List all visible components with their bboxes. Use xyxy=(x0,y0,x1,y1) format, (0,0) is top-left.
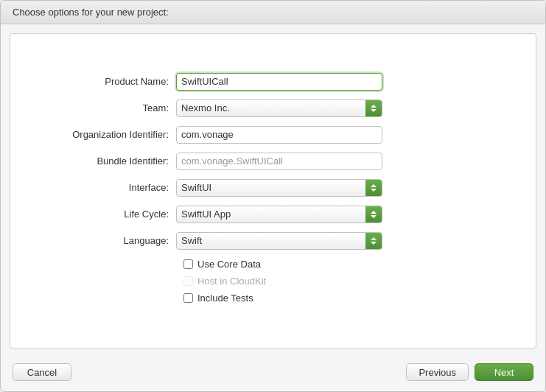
org-id-row: Organization Identifier: xyxy=(40,126,506,144)
dialog-title: Choose options for your new project: xyxy=(1,1,545,24)
language-select-container: Swift xyxy=(176,232,382,250)
language-arrow-down-icon xyxy=(371,242,377,245)
language-arrow-up-icon xyxy=(371,237,377,240)
form: Product Name: Team: Nexmo Inc. xyxy=(10,58,536,324)
core-data-checkbox[interactable] xyxy=(183,259,193,269)
org-id-input[interactable] xyxy=(176,126,382,144)
interface-label: Interface: xyxy=(40,182,176,193)
team-select-arrow[interactable] xyxy=(365,100,382,116)
footer-left: Cancel xyxy=(13,363,71,381)
include-tests-checkbox[interactable] xyxy=(183,293,193,303)
lifecycle-arrow-down-icon xyxy=(371,215,377,218)
lifecycle-select-arrow[interactable] xyxy=(365,206,382,223)
cloudkit-checkbox[interactable] xyxy=(183,276,193,286)
lifecycle-arrow-up-icon xyxy=(371,211,377,214)
language-row: Language: Swift xyxy=(40,232,506,250)
org-id-label: Organization Identifier: xyxy=(40,129,176,140)
interface-arrow-up-icon xyxy=(371,184,377,187)
core-data-label: Use Core Data xyxy=(197,259,261,270)
cloudkit-label: Host in CloudKit xyxy=(197,276,266,287)
dialog-container: Choose options for your new project: Pro… xyxy=(0,0,546,392)
lifecycle-row: Life Cycle: SwiftUI App xyxy=(40,206,506,223)
team-select[interactable]: Nexmo Inc. xyxy=(176,99,382,117)
dialog-footer: Cancel Previous Next xyxy=(1,357,545,391)
tests-row: Include Tests xyxy=(40,293,506,304)
dialog-body: Product Name: Team: Nexmo Inc. xyxy=(10,33,536,349)
team-arrow-down-icon xyxy=(371,109,377,112)
team-arrow-up-icon xyxy=(371,105,377,108)
lifecycle-select-container: SwiftUI App xyxy=(176,206,382,223)
product-name-row: Product Name: xyxy=(40,73,506,91)
cloudkit-row: Host in CloudKit xyxy=(40,276,506,287)
interface-row: Interface: SwiftUI xyxy=(40,179,506,197)
product-name-input[interactable] xyxy=(176,73,382,91)
product-name-label: Product Name: xyxy=(40,76,176,87)
language-label: Language: xyxy=(40,235,176,246)
team-select-container: Nexmo Inc. xyxy=(176,99,382,117)
cancel-button[interactable]: Cancel xyxy=(13,363,71,381)
include-tests-label: Include Tests xyxy=(197,293,253,304)
title-text: Choose options for your new project: xyxy=(13,7,169,18)
bundle-id-input xyxy=(176,153,382,170)
interface-select-container: SwiftUI xyxy=(176,179,382,197)
team-value: Nexmo Inc. xyxy=(181,102,230,113)
interface-select[interactable]: SwiftUI xyxy=(176,179,382,197)
lifecycle-select[interactable]: SwiftUI App xyxy=(176,206,382,223)
team-label: Team: xyxy=(40,102,176,113)
interface-arrow-down-icon xyxy=(371,189,377,192)
language-select-arrow[interactable] xyxy=(365,233,382,249)
language-select[interactable]: Swift xyxy=(176,232,382,250)
interface-select-arrow[interactable] xyxy=(365,180,382,196)
bundle-id-label: Bundle Identifier: xyxy=(40,155,176,167)
team-row: Team: Nexmo Inc. xyxy=(40,99,506,117)
interface-value: SwiftUI xyxy=(181,182,211,193)
bundle-id-row: Bundle Identifier: xyxy=(40,153,506,170)
lifecycle-label: Life Cycle: xyxy=(40,209,176,220)
next-button[interactable]: Next xyxy=(475,363,533,381)
core-data-row: Use Core Data xyxy=(40,259,506,270)
footer-right: Previous Next xyxy=(406,363,533,381)
lifecycle-value: SwiftUI App xyxy=(181,209,231,220)
previous-button[interactable]: Previous xyxy=(406,363,469,381)
language-value: Swift xyxy=(181,235,202,246)
